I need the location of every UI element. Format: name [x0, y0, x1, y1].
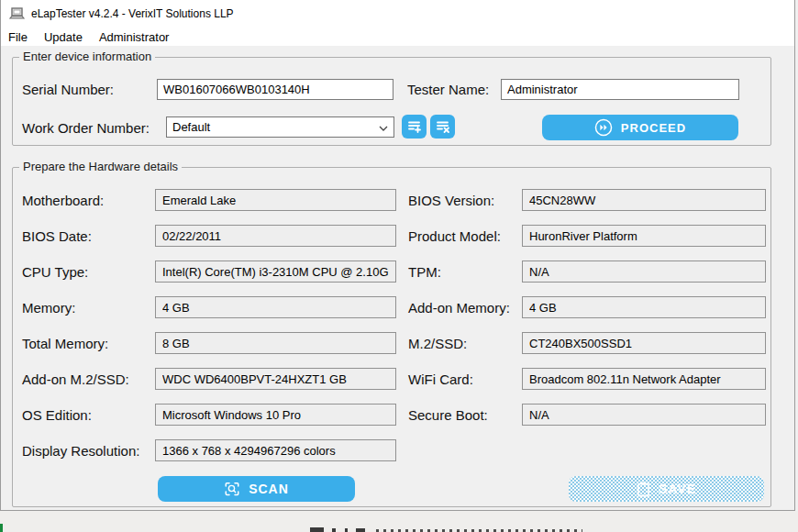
os-edition-value[interactable] — [155, 404, 396, 426]
addon-ssd-value[interactable] — [155, 368, 396, 390]
background-window-artifact — [0, 511, 798, 532]
tpm-value[interactable] — [522, 260, 766, 283]
cpu-type-label: CPU Type: — [22, 264, 88, 280]
save-icon — [637, 482, 650, 497]
background-text-fragment — [356, 528, 365, 532]
background-green-sliver — [0, 524, 3, 532]
memory-label: Memory: — [22, 300, 75, 316]
chevron-down-icon — [379, 120, 388, 134]
device-info-legend: Enter device information — [19, 50, 155, 63]
wifi-card-value[interactable] — [522, 368, 766, 390]
m2-ssd-label: M.2/SSD: — [408, 336, 467, 351]
tester-name-input[interactable] — [501, 79, 739, 100]
menu-update[interactable]: Update — [36, 29, 91, 45]
hardware-details-group: Prepare the Hardware details Motherboard… — [12, 167, 771, 507]
addon-ssd-label: Add-on M.2/SSD: — [22, 371, 129, 387]
background-text-fragment — [332, 528, 336, 532]
memory-value[interactable] — [155, 296, 396, 318]
work-order-select[interactable]: Default — [166, 116, 394, 138]
wifi-card-label: WiFi Card: — [408, 371, 473, 387]
os-edition-label: OS Edition: — [22, 407, 92, 423]
fast-forward-icon — [594, 118, 613, 137]
save-button-label: SAVE — [659, 482, 696, 496]
display-resolution-label: Display Resolution: — [22, 443, 139, 459]
list-remove-icon — [436, 119, 450, 134]
scan-icon — [224, 481, 240, 497]
total-memory-label: Total Memory: — [22, 336, 108, 351]
menu-administrator[interactable]: Administrator — [91, 29, 178, 45]
app-window: eLapTester v4.2.4 - VerixIT Solutions LL… — [0, 0, 795, 511]
serial-number-label: Serial Number: — [22, 82, 114, 97]
scan-button[interactable]: SCAN — [158, 476, 355, 502]
display-resolution-value[interactable] — [155, 439, 396, 461]
proceed-button[interactable]: PROCEED — [542, 115, 738, 140]
bios-version-label: BIOS Version: — [408, 193, 494, 208]
scan-button-label: SCAN — [249, 482, 289, 496]
device-info-group: Enter device information Serial Number: … — [12, 57, 771, 146]
product-model-label: Product Model: — [408, 228, 501, 244]
m2-ssd-value[interactable] — [522, 332, 766, 354]
cpu-type-value[interactable] — [155, 260, 396, 283]
menu-bar: File Update Administrator — [1, 28, 794, 46]
bios-date-value[interactable] — [155, 225, 396, 247]
secure-boot-label: Secure Boot: — [408, 407, 488, 423]
proceed-button-label: PROCEED — [621, 121, 686, 135]
motherboard-label: Motherboard: — [22, 193, 104, 208]
list-add-icon — [407, 119, 422, 134]
menu-file[interactable]: File — [1, 29, 36, 45]
window-title: eLapTester v4.2.4 - VerixIT Solutions LL… — [31, 7, 234, 20]
motherboard-value[interactable] — [155, 189, 396, 211]
save-button[interactable]: SAVE — [569, 476, 764, 502]
product-model-value[interactable] — [522, 225, 766, 247]
hardware-details-legend: Prepare the Hardware details — [19, 160, 182, 173]
delete-work-order-button[interactable] — [430, 115, 455, 139]
bios-version-value[interactable] — [522, 189, 766, 211]
tester-name-label: Tester Name: — [407, 82, 489, 97]
total-memory-value[interactable] — [155, 332, 396, 354]
title-bar: eLapTester v4.2.4 - VerixIT Solutions LL… — [1, 0, 794, 28]
tpm-label: TPM: — [408, 264, 441, 280]
bios-date-label: BIOS Date: — [22, 228, 92, 244]
addon-memory-value[interactable] — [522, 296, 766, 318]
serial-number-input[interactable] — [157, 79, 393, 100]
work-order-selected-value: Default — [172, 120, 210, 134]
work-order-label: Work Order Number: — [22, 120, 150, 136]
secure-boot-value[interactable] — [522, 404, 766, 426]
add-work-order-button[interactable] — [402, 115, 427, 139]
laptop-app-icon — [9, 7, 25, 21]
addon-memory-label: Add-on Memory: — [408, 300, 510, 316]
background-text-fragment — [345, 528, 348, 532]
background-text-fragment — [310, 527, 324, 532]
